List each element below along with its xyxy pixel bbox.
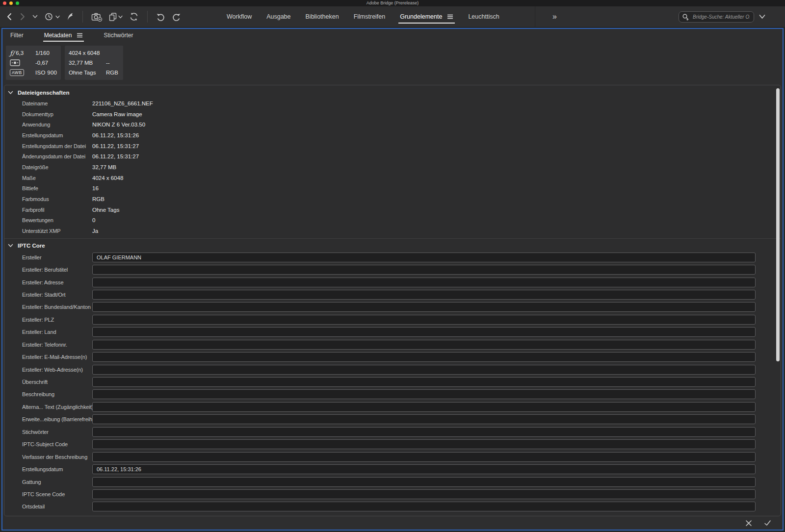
iptc-field-input[interactable]	[92, 489, 756, 499]
placard-row: Ohne Tags RGB	[65, 68, 123, 77]
iptc-field-input[interactable]	[92, 278, 756, 287]
panel-menu-icon[interactable]	[77, 33, 83, 38]
placard-row: 4024 x 6048	[65, 49, 123, 57]
color-mode: RGB	[106, 70, 118, 76]
iptc-field-row: Ersteller: Telefonnr.	[4, 338, 781, 351]
tab-label: Stichwörter	[104, 32, 133, 39]
iptc-field-input[interactable]	[92, 290, 756, 300]
search-scope-dropdown-icon[interactable]	[759, 14, 765, 19]
iptc-field-label: Erstellungsdatum	[22, 466, 92, 472]
workspace-tab-filmstreifen[interactable]: Filmstreifen	[354, 6, 386, 27]
aperture-value: 6,3	[16, 50, 24, 56]
iptc-field-row: Ersteller: PLZ	[4, 313, 781, 326]
workspace-tab-grundelemente[interactable]: Grundelemente	[400, 6, 453, 27]
iptc-field-label: Gattung	[22, 479, 92, 485]
workspace-tab-ausgabe[interactable]: Ausgabe	[266, 6, 290, 27]
iptc-field-label: Ersteller: Web-Adresse(n)	[22, 367, 92, 373]
section-file-properties[interactable]: Dateieigenschaften	[4, 87, 781, 98]
workspace-tab-leuchttisch[interactable]: Leuchttisch	[468, 6, 499, 27]
iptc-field-input[interactable]	[92, 427, 756, 437]
search-icon	[682, 13, 690, 21]
file-property-row: Unterstützt XMPJa	[4, 226, 781, 236]
workspace-menu-icon[interactable]	[447, 14, 453, 19]
property-value: 06.11.22, 15:31:27	[92, 143, 139, 149]
property-label: Erstellungsdatum	[22, 132, 92, 138]
iptc-field-row: IPTC-Subject Code	[4, 438, 781, 451]
aperture-symbol: ƒ/	[10, 50, 14, 57]
iptc-field-input[interactable]	[92, 464, 756, 474]
apply-metadata-button[interactable]	[763, 519, 772, 528]
undo-button[interactable]	[155, 10, 166, 24]
property-label: Anwendung	[22, 122, 92, 127]
iptc-field-label: IPTC Scene Code	[22, 491, 92, 497]
title-bar: Adobe Bridge (Prerelease)	[0, 0, 785, 6]
close-icon	[745, 520, 752, 527]
iptc-field-input[interactable]	[92, 414, 756, 424]
property-value: Ohne Tags	[92, 207, 119, 213]
tab-metadaten[interactable]: Metadaten	[44, 29, 83, 42]
file-placard: 4024 x 6048 32,77 MB -- Ohne Tags RGB	[65, 46, 123, 80]
iptc-field-input[interactable]	[92, 302, 756, 312]
iptc-field-input[interactable]	[92, 502, 756, 511]
workspace-tab-label: Filmstreifen	[354, 13, 386, 20]
iptc-field-label: Ersteller: Berufstitel	[22, 267, 92, 273]
search-box[interactable]	[679, 11, 754, 23]
forward-button[interactable]	[18, 10, 27, 24]
workspace-tab-workflow[interactable]: Workflow	[227, 6, 252, 27]
window-title: Adobe Bridge (Prerelease)	[0, 0, 785, 6]
iptc-field-input[interactable]	[92, 253, 756, 262]
workspace-tab-label: Workflow	[227, 13, 252, 20]
iptc-field-label: Ersteller: Telefonnr.	[22, 342, 92, 348]
navigation-dropdown-button[interactable]	[31, 10, 39, 24]
section-iptc-core[interactable]: IPTC Core	[4, 240, 781, 251]
scrollbar[interactable]	[776, 88, 780, 361]
iptc-field-input[interactable]	[92, 365, 756, 375]
file-property-row: Maße4024 x 6048	[4, 173, 781, 183]
iptc-field-row: Alterna... Text (Zugänglichkeit)	[4, 401, 781, 413]
property-value: 0	[92, 217, 95, 223]
iptc-field-label: Ersteller	[22, 254, 92, 260]
iptc-field-input[interactable]	[92, 389, 756, 399]
iptc-field-input[interactable]	[92, 477, 756, 487]
tab-filter[interactable]: Filter	[10, 29, 24, 42]
iptc-field-row: IPTC Scene Code	[4, 488, 781, 500]
cancel-metadata-button[interactable]	[744, 519, 753, 528]
metadata-actions-bar	[2, 516, 783, 530]
iptc-field-input[interactable]	[92, 402, 756, 412]
file-property-row: FarbmodusRGB	[4, 194, 781, 204]
get-photos-from-camera-button[interactable]	[90, 10, 103, 24]
iptc-field-input[interactable]	[92, 377, 756, 387]
recent-files-button[interactable]	[43, 10, 61, 24]
white-balance-badge: AWB	[10, 69, 24, 76]
iptc-field-input[interactable]	[92, 265, 756, 275]
toolbar: Workflow Ausgabe Bibliotheken Filmstreif…	[0, 6, 785, 27]
refresh-button[interactable]	[128, 10, 140, 24]
undo-icon	[156, 12, 165, 22]
iptc-field-input[interactable]	[92, 452, 756, 462]
tab-label: Metadaten	[44, 32, 72, 39]
workspace-tab-bibliotheken[interactable]: Bibliotheken	[306, 6, 339, 27]
copy-stack-button[interactable]	[107, 10, 124, 24]
depth-placeholder: --	[106, 60, 110, 66]
redo-button[interactable]	[171, 10, 182, 24]
search-input[interactable]	[692, 14, 751, 20]
iptc-field-input[interactable]	[92, 327, 756, 337]
iptc-field-input[interactable]	[92, 340, 756, 350]
tab-stichwoerter[interactable]: Stichwörter	[104, 29, 133, 42]
history-clock-icon	[44, 12, 54, 22]
iptc-field-row: Verfasser der Beschreibung	[4, 451, 781, 463]
file-property-row: Erstellungsdatum der Datei06.11.22, 15:3…	[4, 141, 781, 152]
boomerang-button[interactable]	[65, 10, 75, 24]
iptc-field-input[interactable]	[92, 352, 756, 362]
iptc-field-label: Verfasser der Beschreibung	[22, 454, 92, 460]
property-label: Unterstützt XMP	[22, 228, 92, 234]
back-button[interactable]	[5, 10, 14, 24]
iptc-field-input[interactable]	[92, 439, 756, 449]
property-label: Maße	[22, 175, 92, 181]
iptc-field-input[interactable]	[92, 315, 756, 325]
iptc-field-label: Ersteller: E-Mail-Adresse(n)	[22, 354, 92, 360]
property-value: Ja	[92, 228, 98, 234]
iptc-field-label: Ortsdetail	[22, 504, 92, 509]
iptc-field-row: Ersteller: E-Mail-Adresse(n)	[4, 351, 781, 363]
workspace-overflow-button[interactable]: »	[552, 6, 557, 27]
